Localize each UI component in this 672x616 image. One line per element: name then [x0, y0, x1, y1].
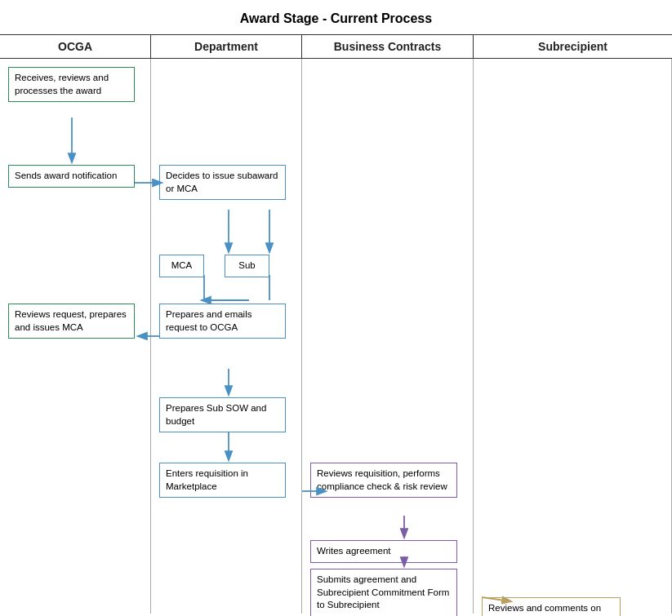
header-row: OCGA Department Business Contracts Subre…	[0, 34, 672, 59]
box-decides: Decides to issue subaward or MCA	[159, 165, 286, 200]
box-mca: MCA	[159, 255, 204, 277]
box-receives: Receives, reviews and processes the awar…	[8, 67, 135, 102]
lane-subrecipient: Reviews and comments on agreement	[474, 59, 672, 614]
box-reviews-request: Reviews request, prepares and issues MCA	[8, 304, 135, 339]
box-enters-req: Enters requisition in Marketplace	[159, 463, 286, 498]
lane-ocga: Receives, reviews and processes the awar…	[0, 59, 151, 614]
body-row: Receives, reviews and processes the awar…	[0, 59, 672, 614]
header-department: Department	[151, 35, 302, 58]
header-ocga: OCGA	[0, 35, 151, 58]
box-sends: Sends award notification	[8, 165, 135, 188]
page-title: Award Stage - Current Process	[0, 0, 672, 34]
box-prepares-sow: Prepares Sub SOW and budget	[159, 397, 286, 432]
box-writes: Writes agreement	[310, 540, 457, 563]
box-reviews-comments: Reviews and comments on agreement	[482, 597, 621, 616]
box-reviews-req: Reviews requisition, performs compliance…	[310, 463, 457, 498]
box-prepares-emails: Prepares and emails request to OCGA	[159, 304, 286, 339]
header-business-contracts: Business Contracts	[302, 35, 474, 58]
box-sub: Sub	[225, 255, 269, 277]
lane-department: Decides to issue subaward or MCA MCA Sub…	[151, 59, 302, 614]
header-subrecipient: Subrecipient	[474, 35, 672, 58]
lane-business-contracts: Reviews requisition, performs compliance…	[302, 59, 474, 614]
box-submits: Submits agreement and Subrecipient Commi…	[310, 569, 457, 616]
